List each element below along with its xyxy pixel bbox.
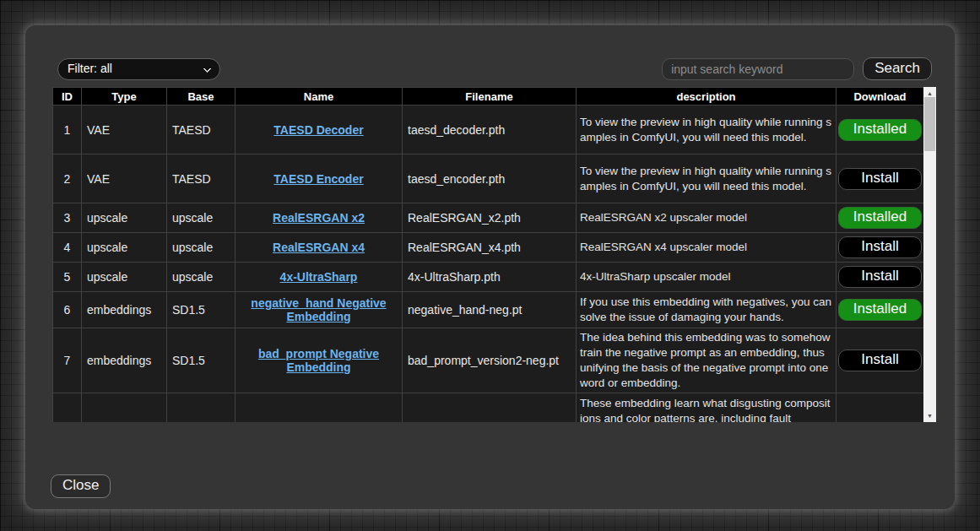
search-input[interactable] [662, 58, 854, 80]
table-scrollbar[interactable]: ▲ ▼ [923, 87, 936, 422]
install-button[interactable]: Installed [838, 299, 922, 321]
table-row: 2 VAE TAESD TAESD Encoder taesd_encoder.… [53, 154, 924, 203]
table-row-partial: These embedding learn what disgusting co… [53, 393, 924, 423]
cell-base: SD1.5 [167, 328, 236, 393]
model-name-link[interactable]: RealESRGAN x2 [273, 211, 365, 225]
cell-description: To view the preview in high quality whil… [577, 154, 837, 203]
cell-base [167, 393, 236, 423]
cell-base: upscale [167, 203, 236, 233]
cell-id [53, 393, 82, 423]
cell-id: 3 [53, 203, 82, 233]
cell-type: upscale [82, 263, 167, 292]
cell-download: Install [837, 328, 924, 393]
model-name-link[interactable]: bad_prompt Negative Embedding [258, 347, 379, 374]
table-row: 1 VAE TAESD TAESD Decoder taesd_decoder.… [53, 106, 924, 154]
cell-download [837, 393, 924, 423]
cell-filename: taesd_decoder.pth [403, 106, 577, 154]
install-button[interactable]: Installed [838, 119, 922, 141]
cell-filename: RealESRGAN_x2.pth [403, 203, 577, 233]
header-name: Name [236, 88, 403, 106]
filter-select[interactable]: Filter: all [57, 58, 220, 80]
model-name-link[interactable]: RealESRGAN x4 [273, 241, 365, 254]
cell-name: negative_hand Negative Embedding [236, 292, 403, 328]
cell-download: Installed [837, 106, 924, 154]
cell-name: TAESD Decoder [236, 106, 403, 154]
models-table: ID Type Base Name Filename description D… [52, 87, 924, 422]
cell-description: 4x-UltraSharp upscaler model [577, 263, 837, 292]
cell-type: embeddings [82, 328, 167, 393]
comfyui-canvas: { "colors": { "canvas_bg": "#222222", "d… [0, 0, 980, 531]
install-models-dialog: Filter: all Search ID Type Base Name Fi [25, 25, 955, 509]
dialog-toolbar: Filter: all Search [57, 57, 932, 80]
header-base: Base [167, 88, 236, 106]
cell-type: upscale [82, 203, 167, 233]
cell-name: 4x-UltraSharp [236, 263, 403, 292]
cell-type [82, 393, 167, 423]
cell-base: upscale [167, 233, 236, 263]
header-type: Type [82, 88, 167, 106]
table-row: 5 upscale upscale 4x-UltraSharp 4x-Ultra… [53, 263, 924, 292]
install-button[interactable]: Installed [838, 207, 922, 229]
model-name-link[interactable]: TAESD Decoder [273, 123, 363, 137]
install-button[interactable]: Install [838, 168, 922, 190]
filter-select-wrap: Filter: all [57, 58, 220, 80]
cell-description: The idea behind this embedding was to so… [577, 328, 837, 393]
table-row: 7 embeddings SD1.5 bad_prompt Negative E… [53, 328, 924, 393]
cell-description: To view the preview in high quality whil… [577, 106, 837, 154]
cell-filename: 4x-UltraSharp.pth [403, 263, 577, 292]
cell-name [236, 393, 403, 423]
table-row: 3 upscale upscale RealESRGAN x2 RealESRG… [53, 203, 924, 233]
cell-name: bad_prompt Negative Embedding [236, 328, 403, 393]
cell-name: TAESD Encoder [236, 154, 403, 203]
cell-download: Installed [837, 292, 924, 328]
cell-name: RealESRGAN x2 [236, 203, 403, 233]
cell-description: If you use this embedding with negatives… [577, 292, 837, 328]
cell-download: Install [837, 233, 924, 263]
models-table-viewport: ID Type Base Name Filename description D… [52, 87, 936, 422]
cell-base: upscale [167, 263, 236, 292]
cell-download: Install [837, 154, 924, 203]
header-download: Download [837, 88, 924, 106]
table-row: 6 embeddings SD1.5 negative_hand Negativ… [53, 292, 924, 328]
cell-id: 7 [53, 328, 82, 393]
cell-filename: taesd_encoder.pth [403, 154, 577, 203]
cell-id: 2 [53, 154, 82, 203]
model-name-link[interactable]: 4x-UltraSharp [280, 270, 358, 284]
install-button[interactable]: Install [838, 236, 922, 258]
install-button[interactable]: Install [838, 266, 922, 288]
cell-type: upscale [82, 233, 167, 263]
header-filename: Filename [403, 88, 577, 106]
scrollbar-down-arrow-icon[interactable]: ▼ [923, 409, 936, 422]
table-header-row: ID Type Base Name Filename description D… [53, 88, 924, 106]
cell-filename: RealESRGAN_x4.pth [403, 233, 577, 263]
header-id: ID [53, 88, 82, 106]
cell-type: VAE [82, 154, 167, 203]
cell-download: Installed [837, 203, 924, 233]
cell-filename [403, 393, 577, 423]
cell-description: RealESRGAN x2 upscaler model [577, 203, 837, 233]
cell-base: TAESD [167, 106, 236, 154]
cell-description: These embedding learn what disgusting co… [577, 393, 837, 423]
cell-filename: negative_hand-neg.pt [403, 292, 577, 328]
cell-id: 6 [53, 292, 82, 328]
cell-name: RealESRGAN x4 [236, 233, 403, 263]
cell-download: Install [837, 263, 924, 292]
cell-id: 4 [53, 233, 82, 263]
cell-id: 1 [53, 106, 82, 154]
cell-id: 5 [53, 263, 82, 292]
close-button[interactable]: Close [51, 474, 111, 498]
cell-type: VAE [82, 106, 167, 154]
scrollbar-thumb[interactable] [924, 97, 935, 151]
model-name-link[interactable]: negative_hand Negative Embedding [251, 296, 386, 323]
cell-description: RealESRGAN x4 upscaler model [577, 233, 837, 263]
cell-base: SD1.5 [167, 292, 236, 328]
header-description: description [577, 88, 837, 106]
model-name-link[interactable]: TAESD Encoder [273, 172, 363, 186]
search-group: Search [662, 57, 932, 80]
install-button[interactable]: Install [838, 349, 922, 371]
cell-base: TAESD [167, 154, 236, 203]
table-row: 4 upscale upscale RealESRGAN x4 RealESRG… [53, 233, 924, 263]
cell-filename: bad_prompt_version2-neg.pt [403, 328, 577, 393]
cell-type: embeddings [82, 292, 167, 328]
search-button[interactable]: Search [863, 57, 932, 80]
